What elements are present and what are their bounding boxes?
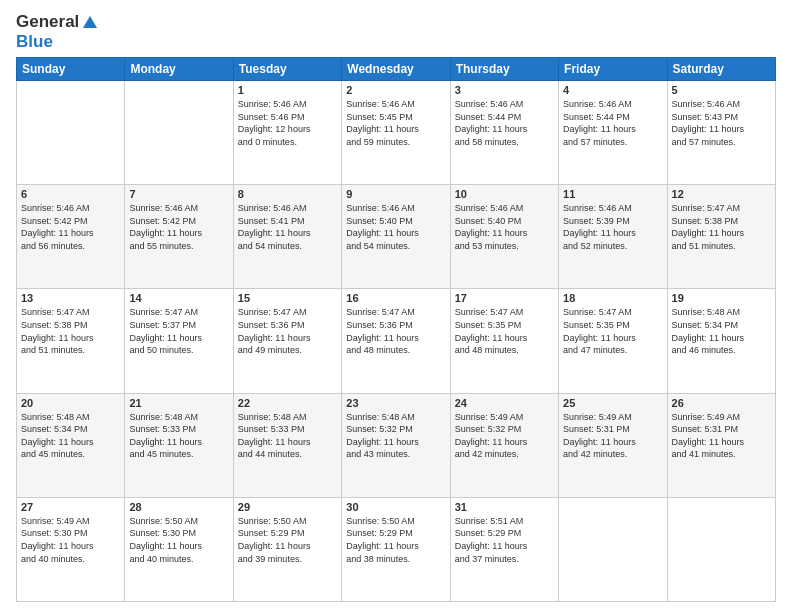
calendar-cell: 28Sunrise: 5:50 AM Sunset: 5:30 PM Dayli… bbox=[125, 497, 233, 601]
calendar-cell bbox=[667, 497, 775, 601]
calendar-cell: 9Sunrise: 5:46 AM Sunset: 5:40 PM Daylig… bbox=[342, 185, 450, 289]
day-info: Sunrise: 5:47 AM Sunset: 5:36 PM Dayligh… bbox=[238, 306, 337, 356]
calendar-cell: 24Sunrise: 5:49 AM Sunset: 5:32 PM Dayli… bbox=[450, 393, 558, 497]
calendar-cell: 19Sunrise: 5:48 AM Sunset: 5:34 PM Dayli… bbox=[667, 289, 775, 393]
calendar-cell: 10Sunrise: 5:46 AM Sunset: 5:40 PM Dayli… bbox=[450, 185, 558, 289]
day-number: 12 bbox=[672, 188, 771, 200]
col-header-sunday: Sunday bbox=[17, 58, 125, 81]
svg-marker-0 bbox=[83, 16, 97, 28]
day-number: 18 bbox=[563, 292, 662, 304]
logo-blue: Blue bbox=[16, 32, 99, 52]
col-header-saturday: Saturday bbox=[667, 58, 775, 81]
day-number: 7 bbox=[129, 188, 228, 200]
day-number: 5 bbox=[672, 84, 771, 96]
day-info: Sunrise: 5:49 AM Sunset: 5:30 PM Dayligh… bbox=[21, 515, 120, 565]
day-number: 4 bbox=[563, 84, 662, 96]
calendar-cell: 6Sunrise: 5:46 AM Sunset: 5:42 PM Daylig… bbox=[17, 185, 125, 289]
calendar-cell: 16Sunrise: 5:47 AM Sunset: 5:36 PM Dayli… bbox=[342, 289, 450, 393]
day-number: 3 bbox=[455, 84, 554, 96]
day-info: Sunrise: 5:48 AM Sunset: 5:34 PM Dayligh… bbox=[672, 306, 771, 356]
calendar-cell bbox=[125, 81, 233, 185]
day-info: Sunrise: 5:46 AM Sunset: 5:45 PM Dayligh… bbox=[346, 98, 445, 148]
calendar-cell: 29Sunrise: 5:50 AM Sunset: 5:29 PM Dayli… bbox=[233, 497, 341, 601]
day-number: 20 bbox=[21, 397, 120, 409]
calendar-cell: 31Sunrise: 5:51 AM Sunset: 5:29 PM Dayli… bbox=[450, 497, 558, 601]
day-info: Sunrise: 5:50 AM Sunset: 5:29 PM Dayligh… bbox=[346, 515, 445, 565]
calendar-cell: 23Sunrise: 5:48 AM Sunset: 5:32 PM Dayli… bbox=[342, 393, 450, 497]
day-info: Sunrise: 5:47 AM Sunset: 5:38 PM Dayligh… bbox=[672, 202, 771, 252]
logo-general: General bbox=[16, 12, 79, 31]
day-number: 24 bbox=[455, 397, 554, 409]
header: General Blue bbox=[16, 12, 776, 51]
day-info: Sunrise: 5:46 AM Sunset: 5:44 PM Dayligh… bbox=[455, 98, 554, 148]
calendar-cell: 1Sunrise: 5:46 AM Sunset: 5:46 PM Daylig… bbox=[233, 81, 341, 185]
day-info: Sunrise: 5:46 AM Sunset: 5:41 PM Dayligh… bbox=[238, 202, 337, 252]
day-number: 2 bbox=[346, 84, 445, 96]
day-info: Sunrise: 5:46 AM Sunset: 5:40 PM Dayligh… bbox=[346, 202, 445, 252]
calendar-table: SundayMondayTuesdayWednesdayThursdayFrid… bbox=[16, 57, 776, 602]
calendar-cell: 18Sunrise: 5:47 AM Sunset: 5:35 PM Dayli… bbox=[559, 289, 667, 393]
day-number: 9 bbox=[346, 188, 445, 200]
day-info: Sunrise: 5:46 AM Sunset: 5:46 PM Dayligh… bbox=[238, 98, 337, 148]
day-info: Sunrise: 5:46 AM Sunset: 5:42 PM Dayligh… bbox=[21, 202, 120, 252]
day-number: 1 bbox=[238, 84, 337, 96]
day-number: 14 bbox=[129, 292, 228, 304]
calendar-cell: 20Sunrise: 5:48 AM Sunset: 5:34 PM Dayli… bbox=[17, 393, 125, 497]
col-header-tuesday: Tuesday bbox=[233, 58, 341, 81]
day-info: Sunrise: 5:49 AM Sunset: 5:32 PM Dayligh… bbox=[455, 411, 554, 461]
calendar-cell: 4Sunrise: 5:46 AM Sunset: 5:44 PM Daylig… bbox=[559, 81, 667, 185]
col-header-wednesday: Wednesday bbox=[342, 58, 450, 81]
logo-icon bbox=[81, 14, 99, 32]
calendar-cell: 26Sunrise: 5:49 AM Sunset: 5:31 PM Dayli… bbox=[667, 393, 775, 497]
calendar-cell: 2Sunrise: 5:46 AM Sunset: 5:45 PM Daylig… bbox=[342, 81, 450, 185]
calendar-cell: 17Sunrise: 5:47 AM Sunset: 5:35 PM Dayli… bbox=[450, 289, 558, 393]
day-number: 11 bbox=[563, 188, 662, 200]
day-number: 25 bbox=[563, 397, 662, 409]
day-number: 31 bbox=[455, 501, 554, 513]
day-info: Sunrise: 5:46 AM Sunset: 5:42 PM Dayligh… bbox=[129, 202, 228, 252]
calendar-cell: 27Sunrise: 5:49 AM Sunset: 5:30 PM Dayli… bbox=[17, 497, 125, 601]
day-number: 29 bbox=[238, 501, 337, 513]
day-number: 27 bbox=[21, 501, 120, 513]
day-info: Sunrise: 5:46 AM Sunset: 5:43 PM Dayligh… bbox=[672, 98, 771, 148]
day-number: 30 bbox=[346, 501, 445, 513]
logo: General Blue bbox=[16, 12, 99, 51]
day-info: Sunrise: 5:48 AM Sunset: 5:33 PM Dayligh… bbox=[129, 411, 228, 461]
page: General Blue SundayMondayTuesdayWednesda… bbox=[0, 0, 792, 612]
calendar-week-1: 6Sunrise: 5:46 AM Sunset: 5:42 PM Daylig… bbox=[17, 185, 776, 289]
day-info: Sunrise: 5:46 AM Sunset: 5:39 PM Dayligh… bbox=[563, 202, 662, 252]
day-number: 8 bbox=[238, 188, 337, 200]
calendar-cell: 13Sunrise: 5:47 AM Sunset: 5:38 PM Dayli… bbox=[17, 289, 125, 393]
calendar-header-row: SundayMondayTuesdayWednesdayThursdayFrid… bbox=[17, 58, 776, 81]
calendar-cell: 25Sunrise: 5:49 AM Sunset: 5:31 PM Dayli… bbox=[559, 393, 667, 497]
day-info: Sunrise: 5:47 AM Sunset: 5:38 PM Dayligh… bbox=[21, 306, 120, 356]
day-info: Sunrise: 5:46 AM Sunset: 5:44 PM Dayligh… bbox=[563, 98, 662, 148]
day-info: Sunrise: 5:46 AM Sunset: 5:40 PM Dayligh… bbox=[455, 202, 554, 252]
calendar-week-4: 27Sunrise: 5:49 AM Sunset: 5:30 PM Dayli… bbox=[17, 497, 776, 601]
calendar-cell bbox=[17, 81, 125, 185]
day-info: Sunrise: 5:49 AM Sunset: 5:31 PM Dayligh… bbox=[672, 411, 771, 461]
calendar-cell: 30Sunrise: 5:50 AM Sunset: 5:29 PM Dayli… bbox=[342, 497, 450, 601]
day-info: Sunrise: 5:48 AM Sunset: 5:33 PM Dayligh… bbox=[238, 411, 337, 461]
day-number: 15 bbox=[238, 292, 337, 304]
calendar-week-3: 20Sunrise: 5:48 AM Sunset: 5:34 PM Dayli… bbox=[17, 393, 776, 497]
calendar-cell: 12Sunrise: 5:47 AM Sunset: 5:38 PM Dayli… bbox=[667, 185, 775, 289]
day-info: Sunrise: 5:48 AM Sunset: 5:32 PM Dayligh… bbox=[346, 411, 445, 461]
col-header-friday: Friday bbox=[559, 58, 667, 81]
col-header-thursday: Thursday bbox=[450, 58, 558, 81]
day-number: 16 bbox=[346, 292, 445, 304]
day-number: 28 bbox=[129, 501, 228, 513]
day-number: 19 bbox=[672, 292, 771, 304]
day-number: 23 bbox=[346, 397, 445, 409]
day-info: Sunrise: 5:49 AM Sunset: 5:31 PM Dayligh… bbox=[563, 411, 662, 461]
day-number: 17 bbox=[455, 292, 554, 304]
col-header-monday: Monday bbox=[125, 58, 233, 81]
day-info: Sunrise: 5:51 AM Sunset: 5:29 PM Dayligh… bbox=[455, 515, 554, 565]
day-number: 26 bbox=[672, 397, 771, 409]
day-info: Sunrise: 5:47 AM Sunset: 5:35 PM Dayligh… bbox=[455, 306, 554, 356]
calendar-cell: 15Sunrise: 5:47 AM Sunset: 5:36 PM Dayli… bbox=[233, 289, 341, 393]
day-info: Sunrise: 5:48 AM Sunset: 5:34 PM Dayligh… bbox=[21, 411, 120, 461]
day-info: Sunrise: 5:50 AM Sunset: 5:30 PM Dayligh… bbox=[129, 515, 228, 565]
day-info: Sunrise: 5:47 AM Sunset: 5:35 PM Dayligh… bbox=[563, 306, 662, 356]
calendar-cell bbox=[559, 497, 667, 601]
